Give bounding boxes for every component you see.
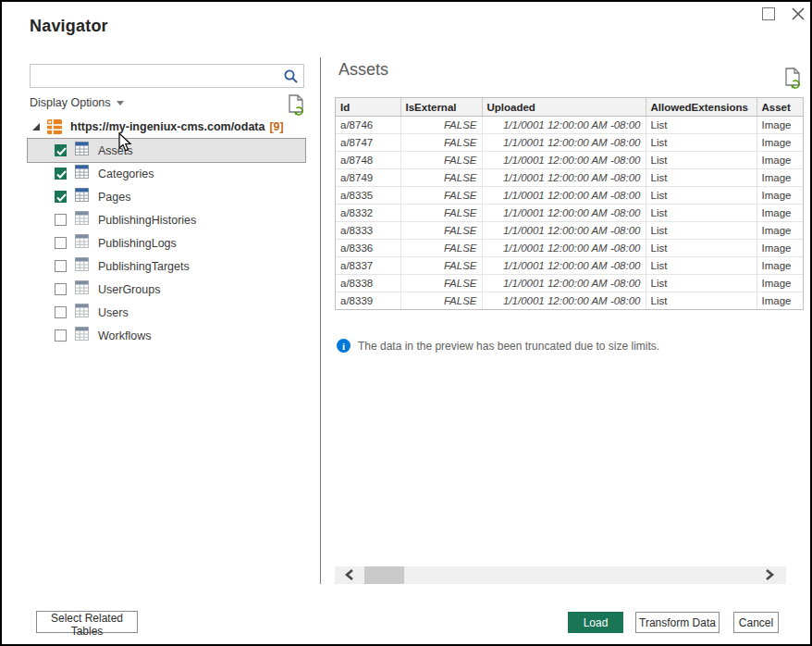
search-input[interactable] <box>34 66 278 86</box>
tree-item-publishinglogs[interactable]: PublishingLogs <box>28 231 305 255</box>
table-icon <box>75 165 89 182</box>
search-box[interactable] <box>30 64 304 88</box>
table-cell: FALSE <box>400 117 482 134</box>
tree-item-workflows[interactable]: Workflows <box>28 324 305 347</box>
table-cell: FALSE <box>400 240 482 257</box>
tree-expander-icon[interactable] <box>31 122 41 131</box>
table-cell: Image <box>757 169 803 187</box>
checkbox-users[interactable] <box>55 306 67 318</box>
table-cell: Image <box>757 292 803 310</box>
tree-source-row[interactable]: https://my-ingeniux-cms.com/odata [9] <box>28 115 316 139</box>
select-related-tables-button[interactable]: Select Related Tables <box>36 611 138 633</box>
horizontal-scrollbar[interactable] <box>335 566 786 584</box>
load-button[interactable]: Load <box>568 612 623 633</box>
table-cell: FALSE <box>400 152 482 169</box>
navigator-dialog: Navigator Display Options <box>0 0 812 646</box>
search-icon[interactable] <box>283 68 299 88</box>
tree-item-assets[interactable]: Assets <box>28 139 305 162</box>
table-row: a/8747FALSE1/1/0001 12:00:00 AM -08:00Li… <box>336 134 803 152</box>
table-icon <box>75 327 89 344</box>
table-cell: 1/1/0001 12:00:00 AM -08:00 <box>482 257 646 275</box>
table-icon <box>75 257 89 275</box>
checkbox-publishinghistories[interactable] <box>55 214 67 226</box>
table-cell: a/8333 <box>336 222 400 240</box>
table-cell: 1/1/0001 12:00:00 AM -08:00 <box>482 117 646 134</box>
table-cell: FALSE <box>400 292 482 310</box>
maximize-button[interactable] <box>762 7 775 20</box>
column-header-uploaded: Uploaded <box>482 98 646 117</box>
table-cell: FALSE <box>400 205 482 222</box>
truncation-notice-text: The data in the preview has been truncat… <box>358 340 659 353</box>
tree-item-pages[interactable]: Pages <box>28 185 305 208</box>
table-cell: 1/1/0001 12:00:00 AM -08:00 <box>482 187 646 205</box>
checkbox-usergroups[interactable] <box>55 283 67 295</box>
table-row: a/8333FALSE1/1/0001 12:00:00 AM -08:00Li… <box>336 222 803 240</box>
tree-item-users[interactable]: Users <box>28 301 305 324</box>
table-cell: 1/1/0001 12:00:00 AM -08:00 <box>482 152 646 169</box>
table-cell: Image <box>757 134 803 152</box>
table-cell: Image <box>757 275 803 292</box>
table-row: a/8746FALSE1/1/0001 12:00:00 AM -08:00Li… <box>336 117 803 134</box>
column-header-allowedextensions: AllowedExtensions <box>646 98 757 117</box>
table-cell: List <box>646 292 757 310</box>
table-icon <box>75 142 89 159</box>
table-cell: 1/1/0001 12:00:00 AM -08:00 <box>482 240 646 257</box>
table-cell: a/8332 <box>336 205 400 222</box>
table-icon <box>75 304 89 321</box>
table-icon <box>75 234 89 252</box>
table-row: a/8337FALSE1/1/0001 12:00:00 AM -08:00Li… <box>336 257 803 275</box>
table-cell: a/8336 <box>336 240 400 257</box>
checkbox-publishingtargets[interactable] <box>55 260 67 272</box>
tree-item-categories[interactable]: Categories <box>28 162 305 185</box>
checkbox-categories[interactable] <box>55 168 67 180</box>
odata-feed-icon <box>46 118 63 135</box>
checkbox-pages[interactable] <box>55 191 67 203</box>
refresh-preview-icon[interactable] <box>783 67 802 93</box>
tree-item-label: UserGroups <box>98 283 160 296</box>
table-cell: a/8335 <box>336 187 400 205</box>
navigation-tree: https://my-ingeniux-cms.com/odata [9] As… <box>28 115 316 347</box>
table-cell: List <box>646 257 757 275</box>
table-row: a/8749FALSE1/1/0001 12:00:00 AM -08:00Li… <box>336 169 803 187</box>
tree-item-publishingtargets[interactable]: PublishingTargets <box>28 255 305 278</box>
table-cell: Image <box>757 187 803 205</box>
table-cell: FALSE <box>400 187 482 205</box>
tree-item-label: Assets <box>98 144 133 157</box>
close-button[interactable] <box>790 6 806 22</box>
cancel-button[interactable]: Cancel <box>733 612 779 633</box>
scrollbar-thumb[interactable] <box>364 566 404 584</box>
table-cell: a/8746 <box>336 117 400 134</box>
scroll-right-icon[interactable] <box>764 568 775 585</box>
pane-divider <box>320 57 321 584</box>
source-url: https://my-ingeniux-cms.com/odata <box>70 120 265 133</box>
table-cell: 1/1/0001 12:00:00 AM -08:00 <box>482 169 646 187</box>
transform-data-button[interactable]: Transform Data <box>635 612 720 633</box>
table-cell: FALSE <box>400 275 482 292</box>
tree-item-label: Users <box>98 306 129 319</box>
table-cell: FALSE <box>400 222 482 240</box>
close-icon <box>790 6 806 22</box>
tree-item-usergroups[interactable]: UserGroups <box>28 278 305 301</box>
display-options-dropdown[interactable]: Display Options <box>30 96 124 109</box>
tree-item-label: Workflows <box>98 329 151 342</box>
checkbox-publishinglogs[interactable] <box>55 237 67 249</box>
table-cell: List <box>646 205 757 222</box>
tree-item-publishinghistories[interactable]: PublishingHistories <box>28 208 305 231</box>
table-cell: 1/1/0001 12:00:00 AM -08:00 <box>482 205 646 222</box>
column-header-isexternal: IsExternal <box>400 98 482 117</box>
column-header-asset: Asset <box>757 98 803 117</box>
table-cell: Image <box>757 152 803 169</box>
table-row: a/8748FALSE1/1/0001 12:00:00 AM -08:00Li… <box>336 152 803 169</box>
tree-item-label: Categories <box>98 168 154 180</box>
scroll-left-icon[interactable] <box>344 568 355 585</box>
table-cell: List <box>646 134 757 152</box>
table-cell: List <box>646 117 757 134</box>
table-cell: List <box>646 169 757 187</box>
table-cell: FALSE <box>400 257 482 275</box>
table-row: a/8338FALSE1/1/0001 12:00:00 AM -08:00Li… <box>336 275 803 292</box>
table-icon <box>75 188 89 205</box>
table-cell: Image <box>757 240 803 257</box>
checkbox-assets[interactable] <box>55 144 67 156</box>
checkbox-workflows[interactable] <box>55 329 67 342</box>
preview-table: IdIsExternalUploadedAllowedExtensionsAss… <box>335 97 804 310</box>
